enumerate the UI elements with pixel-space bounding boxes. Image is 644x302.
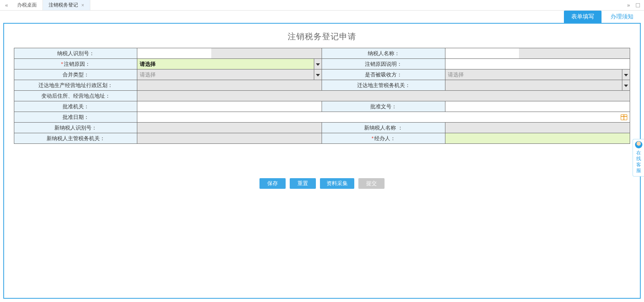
cancel-reason-select[interactable]: 请选择 bbox=[137, 59, 322, 69]
absorbed-label: 是否被吸收方： bbox=[322, 69, 445, 80]
page-title: 注销税务登记申请 bbox=[4, 24, 640, 48]
relocate-region-input bbox=[137, 80, 322, 90]
submit-button: 提交 bbox=[358, 178, 385, 189]
close-icon[interactable]: × bbox=[81, 2, 84, 8]
save-button[interactable]: 保存 bbox=[259, 178, 286, 189]
approve-date-cell[interactable] bbox=[137, 112, 630, 123]
new-tax-office-input bbox=[137, 133, 322, 143]
new-taxpayer-id-label: 新纳税人识别号： bbox=[14, 123, 137, 133]
new-taxpayer-name-input bbox=[445, 123, 630, 133]
form-table: 纳税人识别号： 纳税人名称： *注销原因： 请选择 bbox=[14, 48, 630, 144]
customer-service-button[interactable]: 在线客服 bbox=[633, 139, 644, 177]
relocate-tax-office-label: 迁达地主管税务机关： bbox=[322, 80, 445, 91]
taxpayer-id-label: 纳税人识别号： bbox=[14, 48, 137, 59]
square-icon bbox=[636, 3, 640, 7]
form-panel: 注销税务登记申请 纳税人识别号： 纳税人名称： *注销原因： bbox=[3, 23, 641, 299]
merge-type-select[interactable]: 请选择 bbox=[137, 69, 322, 80]
cancel-reason-label-text: 注销原因： bbox=[64, 61, 90, 67]
chevron-double-left-icon: « bbox=[5, 2, 8, 8]
merge-type-label: 合并类型： bbox=[14, 69, 137, 80]
approve-org-input[interactable] bbox=[137, 101, 322, 112]
cancel-reason-desc-input[interactable] bbox=[445, 59, 630, 69]
changed-addr-cell bbox=[137, 91, 630, 101]
new-taxpayer-name-label: 新纳税人名称 ： bbox=[322, 123, 445, 133]
cancel-reason-desc-label: 注销原因说明： bbox=[322, 59, 445, 69]
taxpayer-name-label: 纳税人名称： bbox=[322, 48, 445, 59]
subtabs: 表单填写 办理须知 bbox=[3, 11, 641, 23]
tab-label: 注销税务登记 bbox=[49, 2, 78, 9]
handler-input[interactable] bbox=[445, 133, 630, 143]
tab-cancel-tax-reg[interactable]: 注销税务登记 × bbox=[43, 0, 90, 10]
tab-label: 办税桌面 bbox=[17, 2, 37, 9]
cancel-reason-cell[interactable]: 请选择 bbox=[137, 59, 322, 69]
taxpayer-name-input bbox=[445, 48, 519, 58]
customer-service-label: 在线客服 bbox=[636, 150, 641, 173]
relocate-tax-office-cell[interactable] bbox=[445, 80, 630, 91]
handler-cell[interactable] bbox=[445, 133, 630, 144]
new-taxpayer-name-cell bbox=[445, 123, 630, 133]
cancel-reason-value: 请选择 bbox=[137, 60, 322, 68]
taxpayer-id-cell bbox=[137, 48, 322, 59]
absorbed-cell[interactable]: 请选择 bbox=[445, 69, 630, 80]
reset-button[interactable]: 重置 bbox=[290, 178, 316, 189]
chevron-double-right-icon: » bbox=[627, 2, 630, 8]
handler-label-text: 经办人： bbox=[374, 135, 396, 141]
relocate-region-label: 迁达地生产经营地址行政区划： bbox=[14, 80, 137, 91]
approve-doc-cell[interactable] bbox=[445, 101, 630, 112]
approve-org-cell[interactable] bbox=[137, 101, 322, 112]
subtab-notice[interactable]: 办理须知 bbox=[603, 11, 641, 23]
subtab-form-fill[interactable]: 表单填写 bbox=[564, 11, 602, 23]
taxpayer-name-cell bbox=[445, 48, 630, 59]
changed-addr-input bbox=[137, 91, 630, 101]
page-wrap: 表单填写 办理须知 注销税务登记申请 纳税人识别号： 纳税人名称： bbox=[3, 11, 641, 299]
absorbed-value: 请选择 bbox=[445, 71, 630, 78]
required-icon: * bbox=[371, 135, 373, 141]
subtab-label: 表单填写 bbox=[571, 13, 594, 20]
taxpayer-id-input bbox=[137, 48, 211, 58]
merge-type-value: 请选择 bbox=[137, 71, 322, 78]
assistant-icon bbox=[635, 141, 642, 148]
tabs-prev[interactable]: « bbox=[2, 0, 11, 10]
new-taxpayer-id-input bbox=[137, 123, 322, 133]
window-maximize[interactable] bbox=[633, 0, 642, 10]
cancel-reason-desc-cell[interactable] bbox=[445, 59, 630, 69]
new-taxpayer-id-cell bbox=[137, 123, 322, 133]
approve-doc-label: 批准文号： bbox=[322, 101, 445, 112]
required-icon: * bbox=[61, 61, 63, 67]
tab-spacer bbox=[90, 0, 624, 10]
new-tax-office-label: 新纳税人主管税务机关： bbox=[14, 133, 137, 144]
approve-date-label: 批准日期： bbox=[14, 112, 137, 123]
tabs-next[interactable]: » bbox=[624, 0, 633, 10]
relocate-region-cell bbox=[137, 80, 322, 91]
merge-type-cell[interactable]: 请选择 bbox=[137, 69, 322, 80]
relocate-tax-office-select[interactable] bbox=[445, 80, 630, 90]
chevron-down-icon bbox=[624, 84, 628, 87]
approve-doc-input[interactable] bbox=[445, 101, 630, 112]
cancel-reason-label: *注销原因： bbox=[14, 59, 137, 69]
tab-desktop[interactable]: 办税桌面 bbox=[11, 0, 43, 10]
approve-org-label: 批准机关： bbox=[14, 101, 137, 112]
new-tax-office-cell bbox=[137, 133, 322, 144]
absorbed-select[interactable]: 请选择 bbox=[445, 69, 630, 80]
handler-label: *经办人： bbox=[322, 133, 445, 144]
tab-bar: « 办税桌面 注销税务登记 × » bbox=[0, 0, 644, 11]
subtab-label: 办理须知 bbox=[610, 13, 633, 20]
approve-date-input[interactable] bbox=[137, 112, 630, 122]
changed-addr-label: 变动后住所、经营地点地址： bbox=[14, 91, 137, 101]
collect-button[interactable]: 资料采集 bbox=[320, 178, 354, 189]
action-row: 保存 重置 资料采集 提交 bbox=[4, 154, 640, 213]
